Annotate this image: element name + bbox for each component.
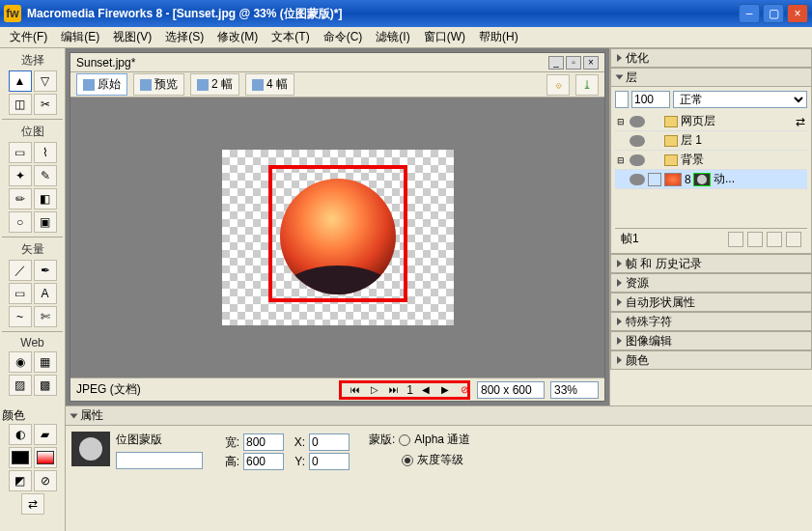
object-type-label: 位图蒙版 [116,432,203,448]
mask-thumb[interactable] [693,173,711,186]
blur-tool[interactable]: ○ [9,211,32,233]
link-icon[interactable] [648,173,661,186]
layer-row-sublayer[interactable]: 8 动... [615,170,807,189]
panel-autoshape[interactable]: 自动形状属性 [610,293,812,312]
side-panels: 优化 层 正常 ⊟ 网页层 ⇄ 层 1 ⊟ 背景 [609,48,812,405]
toolbox: 选择 ▲ ▽ ◫ ✂ 位图 ▭ ⌇ ✦ ✎ ✏ ◧ ○ ▣ 矢量 ／ ✒ ▭ A… [0,48,66,405]
layer-row-1[interactable]: 层 1 [615,131,807,151]
menu-edit[interactable]: 编辑(E) [55,27,105,47]
highlight-annotation-canvas [268,165,407,302]
view-4up-button[interactable]: 4 幅 [245,73,294,96]
rect-tool[interactable]: ▭ [9,283,32,304]
pen-tool[interactable]: ✒ [34,260,57,281]
subselect-tool[interactable]: ▽ [34,70,57,92]
text-tool[interactable]: A [34,283,57,304]
knife-tool[interactable]: ✄ [34,306,57,327]
no-color-button[interactable]: ⊘ [34,470,57,491]
panel-optimize[interactable]: 优化 [610,48,812,68]
bucket-tool[interactable]: ▰ [34,424,57,445]
maximize-button[interactable]: ▢ [763,4,784,23]
menu-select[interactable]: 选择(S) [159,27,210,47]
x-input[interactable] [309,433,350,451]
visibility-icon[interactable] [630,154,645,166]
new-layer-button[interactable] [767,232,782,247]
stamp-tool[interactable]: ▣ [34,211,57,233]
menu-file[interactable]: 文件(F) [4,27,53,47]
scale-tool[interactable]: ◫ [9,94,32,115]
swap-colors-button[interactable]: ⇄ [21,493,44,515]
export-wizard-button[interactable]: ⟐ [546,74,570,96]
width-input[interactable] [243,433,284,451]
menu-window[interactable]: 窗口(W) [418,27,471,47]
panel-specialchars[interactable]: 特殊字符 [610,312,812,331]
marquee-tool[interactable]: ▭ [9,142,32,163]
view-preview-button[interactable]: 预览 [133,73,184,96]
freeform-tool[interactable]: ~ [9,306,32,327]
mask-gray-radio[interactable] [402,455,413,466]
opacity-input[interactable] [631,91,670,108]
fill-color[interactable] [34,447,57,468]
y-input[interactable] [309,453,350,470]
doc-restore-button[interactable]: ▫ [566,56,581,70]
pointer-tool[interactable]: ▲ [9,70,32,92]
eyedropper-tool[interactable]: ◐ [9,424,32,445]
mask-button[interactable] [747,232,763,247]
lasso-tool[interactable]: ⌇ [34,142,57,163]
folder-icon [664,154,678,166]
mask-alpha-radio[interactable] [399,434,410,446]
layer-lock-toggle[interactable] [615,91,629,108]
properties-panel: 属性 位图蒙版 宽: X: 高: Y: [66,405,812,531]
visibility-icon[interactable] [630,174,645,185]
close-button[interactable]: × [787,4,808,23]
panel-colors[interactable]: 颜色 [610,350,812,370]
brush-tool[interactable]: ✎ [34,165,57,186]
eraser-tool[interactable]: ◧ [34,188,57,210]
document-tab[interactable]: Sunset.jpg* [76,56,135,70]
y-label: Y: [288,455,305,468]
quick-export-button[interactable]: ⤓ [575,74,599,96]
crop-tool[interactable]: ✂ [34,94,57,115]
menu-help[interactable]: 帮助(H) [473,27,524,47]
canvas-viewport[interactable] [70,98,604,377]
doc-close-button[interactable]: × [583,56,599,70]
format-label: JPEG (文档) [76,381,141,398]
object-name-input[interactable] [116,452,203,469]
blend-mode-select[interactable]: 正常 [673,91,807,108]
hide-slice-tool[interactable]: ▨ [9,375,32,396]
mask-link-icon[interactable]: 8 [685,173,690,186]
canvas-size-value[interactable]: 800 x 600 [477,381,545,399]
folder-icon [664,135,678,147]
new-sublayer-button[interactable] [728,232,743,247]
line-tool[interactable]: ／ [9,260,32,281]
slice-tool[interactable]: ▦ [34,351,57,373]
menu-filter[interactable]: 滤镜(I) [370,27,415,47]
doc-minimize-button[interactable]: _ [548,56,564,70]
menu-view[interactable]: 视图(V) [107,27,157,47]
panel-layers[interactable]: 层 [610,68,812,87]
layer-row-web[interactable]: ⊟ 网页层 ⇄ [615,112,807,131]
view-original-button[interactable]: 原始 [76,73,127,96]
height-input[interactable] [243,453,284,470]
layer-row-bg[interactable]: ⊟ 背景 [615,151,807,170]
menu-modify[interactable]: 修改(M) [211,27,264,47]
delete-layer-button[interactable] [786,232,801,247]
stroke-color[interactable] [9,447,32,468]
pencil-tool[interactable]: ✏ [9,188,32,210]
menu-text[interactable]: 文本(T) [266,27,315,47]
frame-label[interactable]: 帧1 [621,231,639,247]
zoom-value[interactable]: 33% [550,381,599,399]
visibility-icon[interactable] [630,116,645,127]
panel-frames-history[interactable]: 帧 和 历史记录 [610,254,812,273]
hotspot-tool[interactable]: ◉ [9,351,32,373]
panel-assets[interactable]: 资源 [610,273,812,293]
layers-panel-body: 正常 ⊟ 网页层 ⇄ 层 1 ⊟ 背景 8 [610,87,812,254]
default-colors-button[interactable]: ◩ [9,470,32,491]
visibility-icon[interactable] [630,135,645,147]
minimize-button[interactable]: – [739,4,760,23]
panel-imageedit[interactable]: 图像编辑 [610,331,812,350]
wand-tool[interactable]: ✦ [9,165,32,186]
menu-command[interactable]: 命令(C) [318,27,369,47]
view-2up-button[interactable]: 2 幅 [190,73,239,96]
show-slice-tool[interactable]: ▩ [34,375,57,396]
properties-header[interactable]: 属性 [66,406,812,426]
